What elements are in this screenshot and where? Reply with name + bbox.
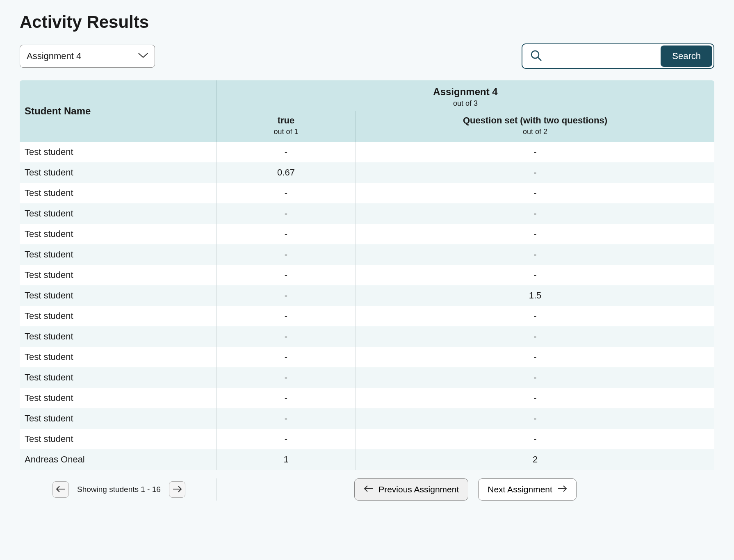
- cell-score-col1: 1: [217, 449, 356, 470]
- cell-score-col2: -: [356, 142, 714, 162]
- cell-student-name: Test student: [20, 388, 217, 408]
- svg-point-0: [531, 51, 539, 58]
- arrow-right-icon: [557, 485, 567, 494]
- group-header-title: Assignment 4: [217, 86, 714, 98]
- cell-score-col2: -: [356, 408, 714, 429]
- cell-score-col1: -: [217, 326, 356, 347]
- cell-score-col2: -: [356, 224, 714, 244]
- cell-score-col1: 0.67: [217, 162, 356, 183]
- table-row[interactable]: Test student--: [20, 367, 714, 388]
- cell-score-col2: 1.5: [356, 285, 714, 306]
- table-row[interactable]: Test student--: [20, 142, 714, 162]
- table-row[interactable]: Test student--: [20, 326, 714, 347]
- arrow-right-icon: [172, 485, 182, 494]
- cell-score-col1: -: [217, 285, 356, 306]
- cell-score-col1: -: [217, 347, 356, 367]
- cell-student-name: Andreas Oneal: [20, 449, 217, 470]
- table-row[interactable]: Test student--: [20, 265, 714, 285]
- cell-score-col1: -: [217, 142, 356, 162]
- assignment-select[interactable]: Assignment 4: [20, 45, 155, 68]
- cell-score-col2: -: [356, 203, 714, 224]
- table-row[interactable]: Test student--: [20, 224, 714, 244]
- cell-score-col2: -: [356, 244, 714, 265]
- table-row[interactable]: Test student--: [20, 408, 714, 429]
- cell-student-name: Test student: [20, 142, 217, 162]
- column-header-question-set: Question set (with two questions) out of…: [356, 111, 714, 142]
- search-box: Search: [522, 43, 714, 69]
- pager: Showing students 1 - 16: [20, 478, 217, 501]
- cell-score-col2: -: [356, 265, 714, 285]
- cell-score-col2: -: [356, 162, 714, 183]
- footer-row: Showing students 1 - 16 Prev: [20, 470, 714, 501]
- pager-status: Showing students 1 - 16: [77, 485, 161, 494]
- cell-score-col1: -: [217, 429, 356, 449]
- cell-student-name: Test student: [20, 408, 217, 429]
- cell-student-name: Test student: [20, 265, 217, 285]
- table-row[interactable]: Test student--: [20, 203, 714, 224]
- controls-row: Assignment 4 Search: [20, 43, 714, 69]
- previous-assignment-button[interactable]: Previous Assignment: [354, 478, 468, 501]
- table-row[interactable]: Test student--: [20, 347, 714, 367]
- cell-student-name: Test student: [20, 347, 217, 367]
- next-assignment-button[interactable]: Next Assignment: [478, 478, 577, 501]
- col1-subtitle: out of 1: [217, 127, 356, 136]
- table-row[interactable]: Test student0.67-: [20, 162, 714, 183]
- cell-student-name: Test student: [20, 306, 217, 326]
- cell-student-name: Test student: [20, 429, 217, 449]
- cell-score-col2: -: [356, 347, 714, 367]
- cell-score-col2: -: [356, 429, 714, 449]
- search-input[interactable]: [548, 46, 661, 67]
- results-table: Student Name Assignment 4 out of 3 true …: [20, 80, 714, 470]
- column-group-header: Assignment 4 out of 3: [217, 80, 714, 111]
- column-header-student-name: Student Name: [20, 80, 217, 142]
- cell-student-name: Test student: [20, 203, 217, 224]
- cell-score-col2: -: [356, 367, 714, 388]
- table-row[interactable]: Test student--: [20, 183, 714, 203]
- svg-line-1: [538, 57, 541, 61]
- cell-student-name: Test student: [20, 162, 217, 183]
- arrow-left-icon: [364, 485, 374, 494]
- table-row[interactable]: Test student--: [20, 388, 714, 408]
- cell-score-col1: -: [217, 265, 356, 285]
- cell-score-col1: -: [217, 306, 356, 326]
- cell-score-col1: -: [217, 388, 356, 408]
- col2-subtitle: out of 2: [356, 127, 714, 136]
- table-row[interactable]: Andreas Oneal12: [20, 449, 714, 470]
- cell-score-col1: -: [217, 244, 356, 265]
- cell-score-col2: -: [356, 326, 714, 347]
- cell-score-col2: 2: [356, 449, 714, 470]
- next-assignment-label: Next Assignment: [488, 485, 552, 494]
- cell-score-col1: -: [217, 367, 356, 388]
- cell-score-col1: -: [217, 203, 356, 224]
- arrow-left-icon: [56, 485, 66, 494]
- cell-student-name: Test student: [20, 183, 217, 203]
- cell-score-col2: -: [356, 183, 714, 203]
- pager-prev-button[interactable]: [52, 481, 69, 498]
- table-row[interactable]: Test student-1.5: [20, 285, 714, 306]
- assignment-select-value: Assignment 4: [27, 51, 81, 61]
- page-title: Activity Results: [20, 12, 714, 32]
- pager-next-button[interactable]: [169, 481, 185, 498]
- table-body: Test student--Test student0.67-Test stud…: [20, 142, 714, 470]
- cell-score-col2: -: [356, 306, 714, 326]
- cell-student-name: Test student: [20, 224, 217, 244]
- cell-score-col1: -: [217, 408, 356, 429]
- cell-score-col1: -: [217, 224, 356, 244]
- assignment-nav: Previous Assignment Next Assignment: [217, 478, 714, 501]
- search-icon: [524, 49, 548, 64]
- cell-student-name: Test student: [20, 367, 217, 388]
- cell-student-name: Test student: [20, 285, 217, 306]
- table-header: Student Name Assignment 4 out of 3 true …: [20, 80, 714, 142]
- cell-student-name: Test student: [20, 326, 217, 347]
- cell-score-col2: -: [356, 388, 714, 408]
- col1-title: true: [217, 115, 356, 126]
- search-button[interactable]: Search: [661, 46, 712, 67]
- assignment-select-wrap: Assignment 4: [20, 45, 155, 68]
- table-row[interactable]: Test student--: [20, 429, 714, 449]
- table-row[interactable]: Test student--: [20, 244, 714, 265]
- cell-score-col1: -: [217, 183, 356, 203]
- table-row[interactable]: Test student--: [20, 306, 714, 326]
- group-header-subtitle: out of 3: [217, 99, 714, 108]
- column-header-true: true out of 1: [217, 111, 356, 142]
- previous-assignment-label: Previous Assignment: [378, 485, 459, 494]
